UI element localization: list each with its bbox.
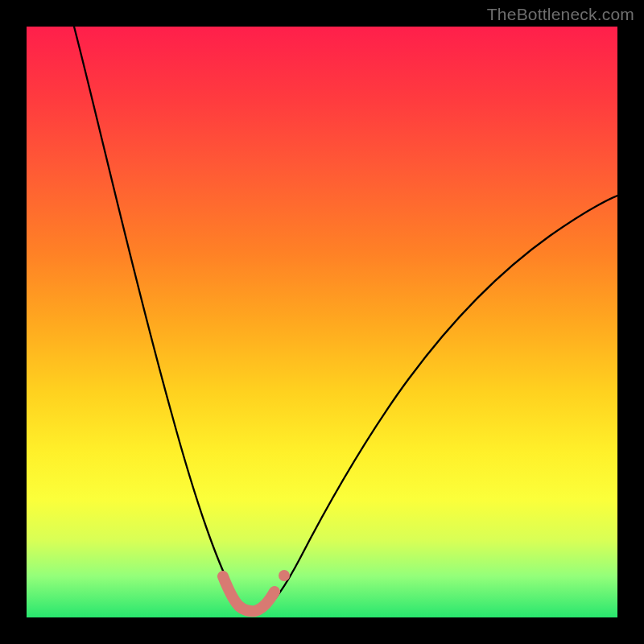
curve-path [74,27,617,611]
outer-frame: TheBottleneck.com [0,0,644,644]
watermark-label: TheBottleneck.com [487,5,634,24]
optimal-range-marker [223,576,275,611]
chart-area [27,27,617,617]
optimal-dot [279,570,290,581]
bottleneck-curve [27,27,617,617]
